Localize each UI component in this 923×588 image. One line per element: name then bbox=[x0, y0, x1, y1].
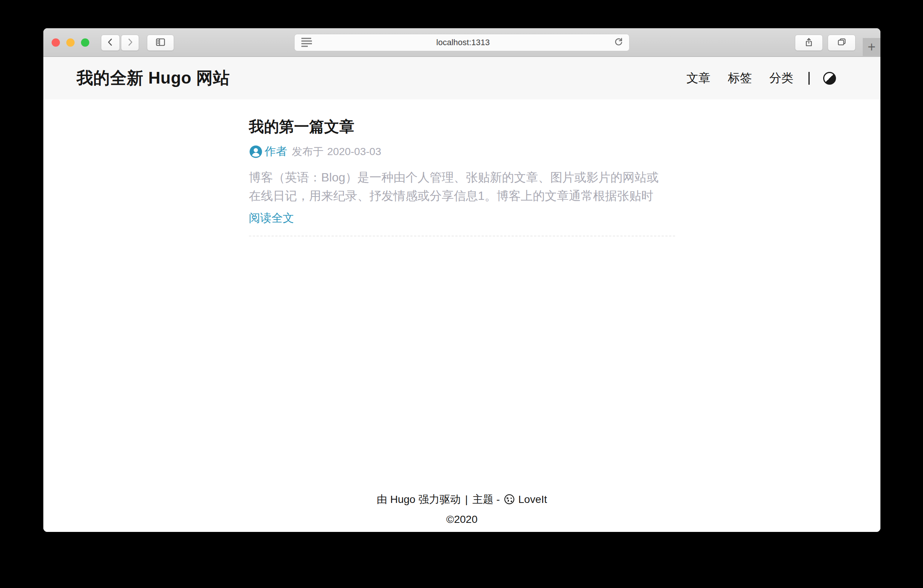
nav-divider bbox=[808, 72, 810, 85]
theme-name-text: LoveIt bbox=[518, 493, 547, 505]
zoom-window-button[interactable] bbox=[81, 38, 89, 47]
powered-by-text: 由 Hugo 强力驱动 bbox=[377, 493, 461, 505]
theme-contrast-icon bbox=[823, 72, 836, 85]
published-label: 发布于 bbox=[292, 144, 324, 159]
sidebar-toggle-button[interactable] bbox=[147, 34, 174, 51]
theme-prefix-text: 主题 - bbox=[473, 493, 500, 505]
address-bar[interactable]: localhost:1313 bbox=[294, 34, 629, 51]
browser-window: localhost:1313 bbox=[43, 28, 880, 532]
forward-chevron-icon bbox=[125, 37, 135, 49]
page-content: 我的第一篇文章 作者 发布于 2020-03-03 博客（英语：Blog）是一种… bbox=[43, 99, 880, 532]
copyright-line: ©2020 bbox=[43, 511, 880, 528]
new-tab-button[interactable]: + bbox=[863, 38, 880, 56]
forward-button[interactable] bbox=[121, 34, 139, 51]
reader-view-icon[interactable] bbox=[300, 37, 313, 49]
share-button[interactable] bbox=[795, 34, 823, 51]
nav-item-tags[interactable]: 标签 bbox=[728, 70, 752, 87]
tab-overview-button[interactable] bbox=[828, 34, 856, 51]
minimize-window-button[interactable] bbox=[66, 38, 75, 47]
published-date: 2020-03-03 bbox=[327, 146, 381, 158]
sidebar-icon bbox=[155, 36, 166, 49]
kiss-face-icon bbox=[504, 493, 516, 511]
close-window-button[interactable] bbox=[52, 38, 60, 47]
theme-toggle-button[interactable] bbox=[823, 72, 836, 85]
url-text[interactable]: localhost:1313 bbox=[313, 38, 613, 47]
footer-separator: | bbox=[465, 493, 468, 505]
author-avatar-icon bbox=[249, 145, 263, 159]
browser-toolbar: localhost:1313 bbox=[43, 28, 880, 57]
post-title[interactable]: 我的第一篇文章 bbox=[249, 118, 355, 135]
reload-icon[interactable] bbox=[613, 36, 624, 49]
main-nav: 文章 标签 分类 bbox=[669, 70, 836, 87]
traffic-lights bbox=[52, 38, 89, 47]
footer-line: 由 Hugo 强力驱动|主题 - LoveIt bbox=[43, 490, 880, 511]
back-chevron-icon bbox=[105, 37, 115, 49]
author-link[interactable]: 作者 bbox=[265, 144, 287, 159]
back-button[interactable] bbox=[101, 34, 120, 51]
post-summary-text: 博客（英语：Blog）是一种由个人管理、张贴新的文章、图片或影片的网站或 在线日… bbox=[249, 168, 675, 205]
read-more-link[interactable]: 阅读全文 bbox=[249, 210, 294, 226]
nav-item-categories[interactable]: 分类 bbox=[769, 70, 793, 87]
nav-item-posts[interactable]: 文章 bbox=[687, 70, 711, 87]
post-meta: 作者 发布于 2020-03-03 bbox=[249, 144, 675, 159]
post-summary-card: 我的第一篇文章 作者 发布于 2020-03-03 博客（英语：Blog）是一种… bbox=[249, 99, 675, 236]
tabs-icon bbox=[837, 37, 847, 49]
site-title[interactable]: 我的全新 Hugo 网站 bbox=[77, 67, 230, 89]
post-divider bbox=[249, 236, 675, 236]
site-header: 我的全新 Hugo 网站 文章 标签 分类 bbox=[43, 57, 880, 99]
share-icon bbox=[803, 37, 814, 49]
site-footer: 由 Hugo 强力驱动|主题 - LoveIt ©2020 bbox=[43, 490, 880, 528]
